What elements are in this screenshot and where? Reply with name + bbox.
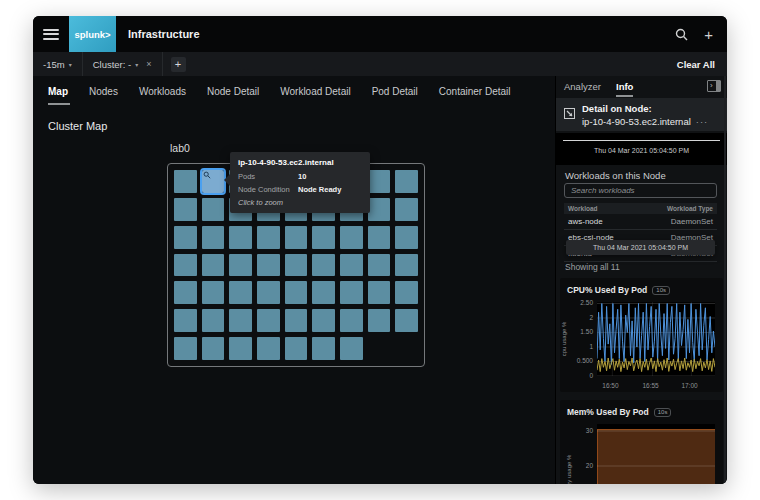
- mem-y-axis-label: memory usage %: [566, 455, 572, 484]
- node-cell[interactable]: [257, 281, 280, 304]
- tooltip-condition-value: Node Ready: [298, 185, 341, 194]
- node-cell[interactable]: [285, 337, 308, 360]
- node-cell[interactable]: [395, 254, 418, 277]
- node-cell[interactable]: [257, 254, 280, 277]
- col-workload-type: Workload Type: [667, 205, 713, 212]
- node-cell[interactable]: [174, 337, 197, 360]
- cpu-chart-interval-badge: 10s: [652, 286, 670, 295]
- search-workloads-input[interactable]: [564, 183, 717, 198]
- node-tooltip: ip-10-4-90-53.ec2.internal Pods 10 Node …: [230, 152, 370, 213]
- node-detail-icon: [564, 105, 575, 123]
- node-cell[interactable]: [229, 254, 252, 277]
- node-cell[interactable]: [229, 309, 252, 332]
- clear-all-button[interactable]: Clear All: [677, 59, 715, 70]
- node-cell[interactable]: [312, 281, 335, 304]
- sidebar-tabs: Analyzer Info ›: [556, 76, 727, 98]
- node-cell[interactable]: [368, 309, 391, 332]
- node-cell[interactable]: [174, 170, 197, 193]
- workload-type: DaemonSet: [671, 217, 713, 226]
- node-cell[interactable]: [395, 198, 418, 221]
- node-cell[interactable]: [174, 198, 197, 221]
- node-cell[interactable]: [257, 337, 280, 360]
- node-cell[interactable]: [368, 170, 391, 193]
- collapse-panel-icon[interactable]: ›: [707, 80, 721, 92]
- node-cell[interactable]: [202, 281, 225, 304]
- node-cell[interactable]: [174, 281, 197, 304]
- node-cell[interactable]: [229, 281, 252, 304]
- node-cell[interactable]: [202, 309, 225, 332]
- node-cell[interactable]: [285, 254, 308, 277]
- node-cell[interactable]: [395, 170, 418, 193]
- y-axis-tick: 20: [563, 462, 593, 469]
- tab-analyzer[interactable]: Analyzer: [564, 81, 601, 92]
- mem-chart-title: Mem% Used By Pod: [567, 407, 649, 417]
- node-cell[interactable]: [340, 281, 363, 304]
- node-menu-icon[interactable]: ···: [696, 116, 709, 127]
- mem-chart-interval-badge: 10s: [654, 408, 672, 417]
- tooltip-zoom-hint: Click to zoom: [238, 198, 362, 207]
- node-cell[interactable]: [257, 309, 280, 332]
- timeline-block[interactable]: Thu 04 Mar 2021 05:04:50 PM: [556, 133, 727, 165]
- node-cell[interactable]: [174, 309, 197, 332]
- hover-timestamp-tooltip: Thu 04 Mar 2021 05:04:50 PM: [566, 240, 715, 255]
- node-cell[interactable]: [312, 337, 335, 360]
- splunk-logo: splunk>: [69, 16, 116, 52]
- workloads-summary: Showing all 11: [565, 262, 620, 272]
- node-cell[interactable]: [312, 226, 335, 249]
- mem-chart-card: Mem% Used By Pod 10s memory usage % 1020…: [560, 400, 723, 484]
- tooltip-node-name: ip-10-4-90-53.ec2.internal: [238, 158, 362, 167]
- workload-name: aws-node: [568, 217, 603, 226]
- create-new-icon[interactable]: +: [704, 27, 713, 42]
- node-cell[interactable]: [312, 309, 335, 332]
- node-cell[interactable]: [202, 226, 225, 249]
- tab-container-detail[interactable]: Container Detail: [439, 86, 511, 105]
- app-window: splunk> Infrastructure + -15m ▾ Cluster:…: [33, 16, 727, 484]
- node-cell[interactable]: [395, 226, 418, 249]
- mem-plot-area[interactable]: [597, 424, 715, 484]
- add-filter-button[interactable]: +: [171, 57, 186, 72]
- node-cell[interactable]: [340, 337, 363, 360]
- node-cell[interactable]: [257, 226, 280, 249]
- node-cell[interactable]: [395, 281, 418, 304]
- cluster-filter[interactable]: Cluster: - ▾ ×: [83, 52, 162, 76]
- tab-workload-detail[interactable]: Workload Detail: [280, 86, 350, 105]
- y-axis-tick: 0: [563, 372, 593, 379]
- cpu-chart-card: CPU% Used By Pod 10s cpu usage % 00.5001…: [560, 278, 723, 392]
- remove-filter-icon[interactable]: ×: [146, 59, 151, 69]
- tab-map[interactable]: Map: [48, 86, 68, 105]
- node-cell[interactable]: [368, 281, 391, 304]
- main-panel: MapNodesWorkloadsNode DetailWorkload Det…: [33, 76, 555, 484]
- time-range-filter[interactable]: -15m ▾: [33, 52, 82, 76]
- node-cell[interactable]: [368, 226, 391, 249]
- node-cell[interactable]: [340, 226, 363, 249]
- hamburger-menu-icon[interactable]: [43, 29, 59, 40]
- node-cell-highlighted[interactable]: [202, 170, 225, 193]
- node-cell[interactable]: [312, 254, 335, 277]
- cpu-plot-area[interactable]: [597, 302, 715, 376]
- node-cell[interactable]: [229, 226, 252, 249]
- tab-pod-detail[interactable]: Pod Detail: [372, 86, 418, 105]
- node-cell[interactable]: [202, 198, 225, 221]
- node-cell[interactable]: [340, 309, 363, 332]
- node-cell[interactable]: [285, 281, 308, 304]
- node-cell[interactable]: [174, 254, 197, 277]
- tab-nodes[interactable]: Nodes: [89, 86, 118, 105]
- table-row[interactable]: aws-nodeDaemonSet: [564, 214, 717, 230]
- node-cell[interactable]: [229, 337, 252, 360]
- detail-on-node-label: Detail on Node:: [582, 103, 652, 114]
- node-cell[interactable]: [202, 254, 225, 277]
- tab-node-detail[interactable]: Node Detail: [207, 86, 259, 105]
- node-cell[interactable]: [368, 254, 391, 277]
- node-cell[interactable]: [368, 198, 391, 221]
- node-cell[interactable]: [395, 309, 418, 332]
- sidebar-scrollbar[interactable]: [724, 76, 726, 484]
- node-cell[interactable]: [202, 337, 225, 360]
- node-cell[interactable]: [174, 226, 197, 249]
- node-cell[interactable]: [340, 254, 363, 277]
- node-cell[interactable]: [285, 226, 308, 249]
- tab-workloads[interactable]: Workloads: [139, 86, 186, 105]
- tab-info[interactable]: Info: [616, 81, 633, 92]
- node-cell[interactable]: [285, 309, 308, 332]
- y-axis-tick: 2.50: [563, 299, 593, 306]
- search-icon[interactable]: [675, 28, 688, 41]
